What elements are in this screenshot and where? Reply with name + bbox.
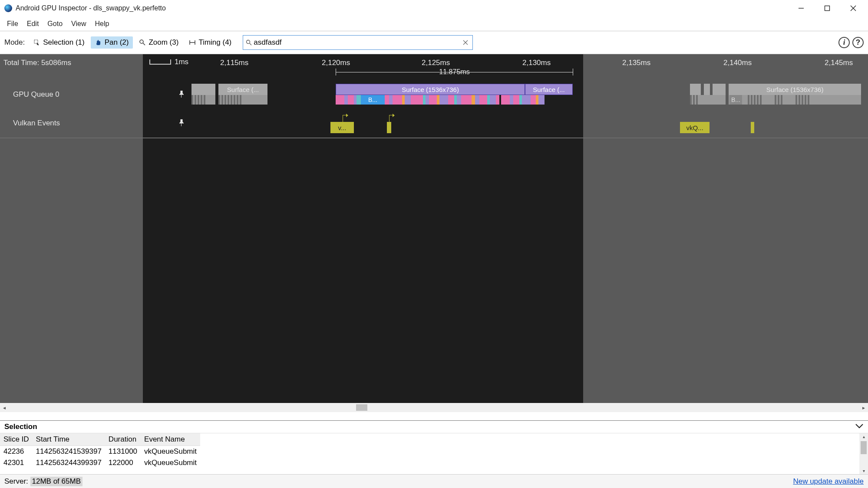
pin-icon[interactable] (178, 119, 185, 128)
col-start-time[interactable]: Start Time (33, 433, 105, 446)
menu-help[interactable]: Help (90, 17, 113, 30)
menu-edit[interactable]: Edit (23, 17, 43, 30)
search-box[interactable] (243, 35, 473, 50)
vulkan-event[interactable]: v... (330, 122, 354, 133)
gpu-event[interactable] (690, 84, 701, 95)
server-memory: 12MB of 65MB (30, 477, 83, 486)
zoom-icon (139, 39, 146, 46)
scroll-down-icon[interactable]: ▾ (859, 468, 868, 473)
search-clear-button[interactable] (461, 38, 470, 47)
server-label: Server: (4, 477, 28, 486)
track-lane[interactable]: v... vkQ... (191, 110, 868, 137)
table-row[interactable]: 42236 1142563241539397 1131000 vkQueueSu… (0, 446, 200, 458)
selection-table[interactable]: Slice ID Start Time Duration Event Name … (0, 433, 200, 468)
search-input[interactable] (254, 38, 461, 47)
timing-icon (189, 39, 196, 46)
gpu-event[interactable] (713, 84, 726, 95)
svg-point-10 (247, 40, 250, 44)
pan-hand-icon (95, 39, 102, 46)
track-separator (0, 138, 868, 138)
mode-selection-label: Selection (1) (43, 38, 84, 47)
table-row[interactable]: 42301 1142563244399397 122000 vkQueueSub… (0, 457, 200, 468)
tick-label: 2,145ms (825, 59, 853, 67)
selection-icon (33, 39, 40, 46)
scroll-right-icon[interactable]: ▸ (859, 405, 868, 411)
gpu-event[interactable] (704, 84, 710, 95)
tick-label: 2,130ms (522, 59, 551, 67)
tick-label: 2,140ms (723, 59, 752, 67)
track-vulkan-events[interactable]: Vulkan Events v... vkQ... (0, 110, 868, 137)
pin-icon[interactable] (178, 91, 185, 99)
info-button[interactable]: i (838, 37, 850, 48)
status-bar: Server: 12MB of 65MB New update availabl… (0, 474, 868, 488)
mode-zoom-label: Zoom (3) (149, 38, 178, 47)
minimize-button[interactable] (788, 0, 814, 16)
gpu-subevent[interactable] (218, 95, 267, 105)
menubar: File Edit Goto View Help (0, 16, 868, 31)
close-button[interactable] (840, 0, 866, 16)
mode-selection-button[interactable]: Selection (1) (29, 36, 89, 49)
gpu-subevent[interactable] (191, 95, 215, 105)
gpu-subevent-selected[interactable]: B... (336, 95, 573, 105)
flow-arrow-icon (389, 111, 395, 120)
vulkan-event[interactable] (751, 122, 754, 133)
app-icon (4, 4, 12, 12)
chevron-down-icon[interactable] (855, 422, 864, 431)
gpu-event-selected[interactable]: Surface (1536x736) (336, 84, 525, 95)
mode-pan-button[interactable]: Pan (2) (91, 36, 133, 49)
tick-label: 2,120ms (322, 59, 350, 67)
flow-arrow-icon (343, 111, 349, 120)
gpu-event[interactable] (191, 84, 215, 95)
track-lane[interactable]: Surface (... Surface (1536x736) Surface … (191, 81, 868, 108)
toolbar: Mode: Selection (1) Pan (2) Zoom (3) Tim… (0, 31, 868, 54)
vulkan-event[interactable] (387, 122, 391, 133)
tick-label: 2,115ms (220, 59, 248, 67)
track-gpu-queue-0[interactable]: GPU Queue 0 Surface (... Surface (1536x7… (0, 81, 868, 108)
scroll-up-icon[interactable]: ▴ (859, 434, 868, 439)
maximize-button[interactable] (814, 0, 840, 16)
mode-timing-button[interactable]: Timing (4) (185, 36, 236, 49)
menu-file[interactable]: File (3, 17, 23, 30)
menu-goto[interactable]: Goto (43, 17, 67, 30)
selection-panel: Selection Slice ID Start Time Duration E… (0, 420, 868, 474)
scroll-left-icon[interactable]: ◂ (0, 405, 9, 411)
window-titlebar: Android GPU Inspector - dls_swappy_vk.pe… (0, 0, 868, 16)
svg-line-11 (250, 43, 252, 46)
help-button[interactable]: ? (852, 37, 864, 48)
vulkan-event[interactable]: vkQ... (680, 122, 710, 133)
timeline-scale-label: 1ms (175, 58, 188, 66)
selection-vscrollbar[interactable]: ▴ ▾ (859, 433, 868, 474)
mode-pan-label: Pan (2) (105, 38, 129, 47)
track-header[interactable]: GPU Queue 0 (0, 81, 191, 108)
scroll-thumb[interactable] (356, 404, 367, 411)
track-name: GPU Queue 0 (13, 90, 59, 99)
gpu-event[interactable]: Surface (1536x736) (729, 84, 861, 95)
selection-table-wrap: Slice ID Start Time Duration Event Name … (0, 433, 868, 474)
gpu-subevent[interactable]: B... (729, 95, 861, 105)
col-slice-id[interactable]: Slice ID (0, 433, 33, 446)
table-header-row: Slice ID Start Time Duration Event Name (0, 433, 200, 446)
gpu-event-selected[interactable]: Surface (... (525, 84, 573, 95)
selection-panel-header[interactable]: Selection (0, 421, 868, 433)
scroll-thumb[interactable] (861, 441, 867, 454)
timeline-ruler[interactable]: Total Time: 5s086ms 1ms 2,115ms 2,120ms … (0, 54, 868, 81)
visible-range-label: 11.875ms (436, 68, 472, 76)
svg-point-5 (140, 40, 143, 43)
search-icon (246, 39, 252, 46)
col-event-name[interactable]: Event Name (141, 433, 200, 446)
svg-rect-1 (825, 6, 830, 11)
mode-zoom-button[interactable]: Zoom (3) (135, 36, 183, 49)
visible-range-indicator: 11.875ms (336, 67, 573, 77)
gpu-subevent[interactable] (690, 95, 726, 105)
update-available-link[interactable]: New update available (793, 477, 864, 486)
menu-view[interactable]: View (67, 17, 90, 30)
timeline-hscrollbar[interactable]: ◂ ▸ (0, 403, 868, 412)
window-title: Android GPU Inspector - dls_swappy_vk.pe… (16, 4, 166, 12)
total-time-label: Total Time: 5s086ms (3, 59, 71, 67)
tick-label: 2,135ms (622, 59, 650, 67)
col-duration[interactable]: Duration (105, 433, 141, 446)
timeline-view[interactable]: Total Time: 5s086ms 1ms 2,115ms 2,120ms … (0, 54, 868, 403)
track-header[interactable]: Vulkan Events (0, 110, 191, 137)
timeline-scale: 1ms (149, 58, 188, 66)
gpu-event[interactable]: Surface (... (218, 84, 267, 95)
